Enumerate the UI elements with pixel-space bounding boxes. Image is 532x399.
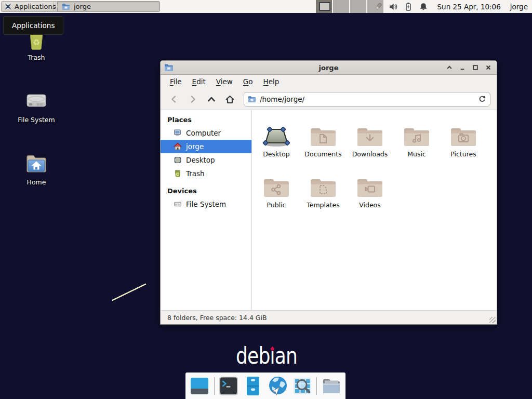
applications-menu-button[interactable]: Applications — [1, 1, 61, 12]
folder-icon-downloads — [356, 117, 384, 148]
sidebar-item-computer[interactable]: Computer — [161, 126, 251, 140]
places-header: Places — [161, 113, 251, 126]
forward-button[interactable] — [184, 92, 201, 107]
address-text[interactable]: /home/jorge/ — [260, 95, 474, 103]
recycle-glyph: ♻ — [33, 38, 40, 47]
workspace-2[interactable] — [333, 0, 350, 13]
back-button[interactable] — [166, 92, 182, 107]
folder-item-public[interactable]: Public — [253, 168, 300, 219]
desktop-icon-file-system[interactable]: File System — [11, 88, 61, 124]
maximize-button[interactable] — [471, 63, 480, 72]
window-titlebar[interactable]: jorge — [161, 61, 497, 75]
dock-separator — [316, 377, 317, 395]
folder-icon — [62, 3, 70, 11]
sidebar-item-desktop[interactable]: Desktop — [161, 153, 251, 167]
folder-icon-public — [262, 168, 290, 198]
menu-bar: File Edit View Go Help — [161, 75, 497, 89]
workspace-1[interactable] — [316, 0, 333, 13]
shade-button[interactable] — [445, 63, 454, 72]
folder-item-music[interactable]: Music — [393, 117, 440, 168]
folder-label: Documents — [304, 150, 341, 158]
folder-label: Music — [407, 150, 426, 158]
notifications-bell-icon[interactable] — [418, 2, 429, 12]
resize-grip[interactable] — [489, 317, 496, 323]
folder-item-videos[interactable]: Videos — [347, 168, 393, 219]
debian-wallpaper-logo: deb ı an — [235, 344, 298, 367]
menu-file[interactable]: File — [165, 75, 187, 89]
folder-item-downloads[interactable]: Downloads — [347, 117, 393, 168]
folder-label: Templates — [307, 201, 340, 209]
home-folder-icon — [23, 151, 49, 177]
menu-view[interactable]: View — [211, 75, 238, 89]
folder-item-documents[interactable]: Documents — [300, 117, 347, 168]
menu-go[interactable]: Go — [238, 75, 258, 89]
panel-handle[interactable] — [53, 2, 56, 11]
sidebar-item-label: jorge — [186, 142, 204, 151]
drawn-annotation-line — [112, 283, 147, 301]
battery-icon[interactable] — [403, 2, 414, 12]
desktop-icon-label: Home — [11, 179, 61, 186]
application-finder-icon[interactable] — [292, 375, 313, 396]
file-manager-window: jorge File Edit View Go Help — [160, 60, 497, 325]
file-manager-icon[interactable] — [243, 375, 264, 396]
taskbar-window-label: jorge — [74, 3, 91, 10]
dock-separator — [214, 377, 215, 395]
trash-mini-icon — [174, 169, 182, 178]
folder-view: Desktop — [252, 110, 497, 310]
top-panel: Applications jorge — [0, 0, 532, 13]
folder-icon-templates — [309, 168, 337, 198]
desktop-special-icon — [262, 117, 290, 148]
window-body: Places Computer — [161, 110, 497, 310]
sidebar-item-label: Trash — [186, 169, 205, 178]
sidebar: Places Computer — [161, 110, 252, 310]
status-bar: 8 folders, Free space: 14.4 GiB — [161, 310, 497, 324]
home-button[interactable] — [222, 92, 238, 107]
location-bar[interactable]: /home/jorge/ — [244, 92, 490, 107]
annotation-stylus-icon[interactable] — [373, 2, 383, 12]
desktop-icon-home[interactable]: Home — [11, 151, 61, 186]
panel-clock[interactable]: Sun 25 Apr, 10:06 — [437, 3, 501, 11]
bottom-dock — [185, 373, 345, 399]
reload-icon[interactable] — [478, 95, 486, 103]
workspace-3[interactable] — [350, 0, 367, 13]
status-text: 8 folders, Free space: 14.4 GiB — [167, 314, 267, 322]
folder-icon-pictures — [449, 117, 477, 148]
close-button[interactable] — [484, 63, 493, 72]
volume-icon[interactable] — [388, 2, 398, 12]
desktop-mini-icon — [174, 156, 182, 164]
directory-menu-icon[interactable] — [321, 375, 342, 396]
sidebar-item-file-system[interactable]: File System — [161, 197, 251, 211]
home-icon — [174, 142, 182, 151]
workspace-window-preview — [319, 2, 330, 11]
logo-text: an — [275, 344, 297, 367]
folder-icon-videos — [356, 168, 384, 198]
devices-header: Devices — [161, 184, 251, 197]
hard-drive-icon — [23, 88, 49, 114]
web-browser-icon[interactable] — [267, 375, 288, 396]
toolbar: /home/jorge/ — [161, 89, 497, 110]
show-desktop-icon[interactable] — [189, 375, 210, 396]
xfce-applications-icon — [4, 3, 12, 10]
taskbar-window-button[interactable]: jorge — [57, 1, 160, 12]
folder-icon — [248, 95, 256, 103]
sidebar-item-label: File System — [186, 200, 226, 208]
panel-username: jorge — [510, 3, 528, 11]
terminal-icon[interactable] — [218, 375, 239, 396]
folder-label: Pictures — [450, 150, 476, 158]
computer-icon — [174, 129, 182, 137]
tooltip-text: Applications — [12, 21, 55, 30]
folder-item-desktop[interactable]: Desktop — [253, 117, 300, 168]
sidebar-item-trash[interactable]: Trash — [161, 167, 251, 180]
up-button[interactable] — [203, 92, 219, 107]
applications-menu-label: Applications — [15, 3, 56, 10]
sidebar-item-jorge[interactable]: jorge — [161, 140, 251, 153]
desktop-root: Applications jorge — [0, 0, 532, 399]
folder-item-pictures[interactable]: Pictures — [440, 117, 487, 168]
minimize-button[interactable] — [458, 63, 467, 72]
menu-help[interactable]: Help — [258, 75, 285, 89]
applications-tooltip: Applications — [3, 16, 63, 35]
menu-edit[interactable]: Edit — [187, 75, 211, 89]
sidebar-item-label: Computer — [186, 129, 221, 137]
desktop-icon-label: File System — [11, 116, 61, 124]
folder-item-templates[interactable]: Templates — [300, 168, 347, 219]
